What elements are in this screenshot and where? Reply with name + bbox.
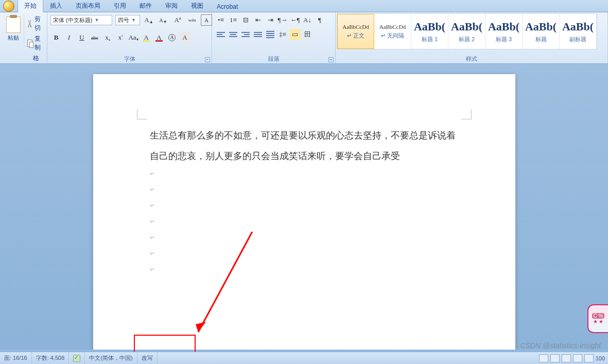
phonetic-guide-button[interactable]: wén: [186, 14, 198, 26]
tab-page-layout[interactable]: 页面布局: [69, 0, 107, 12]
multilevel-list-button[interactable]: ⊟: [240, 14, 251, 26]
paragraph-mark-icon: ↵: [150, 218, 459, 225]
view-print-layout-button[interactable]: [539, 354, 548, 362]
style-item-6[interactable]: AaBb(副标题: [560, 14, 597, 49]
clear-formatting-button[interactable]: Aª: [172, 14, 183, 26]
tab-review[interactable]: 审阅: [159, 0, 184, 12]
justify-button[interactable]: [252, 29, 264, 40]
increase-indent-button[interactable]: ⇥: [265, 14, 276, 26]
group-clipboard: 粘贴 剪切 复制 格式刷 剪贴板⌐: [0, 12, 47, 63]
align-right-button[interactable]: [240, 29, 251, 40]
font-name-select[interactable]: 宋体 (中文标题)▼: [50, 15, 112, 25]
style-preview: AaBb(: [488, 20, 519, 33]
enclosed-char-button[interactable]: A: [166, 32, 178, 43]
tab-mailings[interactable]: 邮件: [133, 0, 159, 12]
style-name: 标题 2: [459, 36, 475, 43]
line-spacing-button[interactable]: ‡≡: [277, 29, 288, 40]
char-shading-button[interactable]: A: [179, 32, 190, 43]
rtl-button[interactable]: ←¶: [289, 14, 301, 26]
style-item-3[interactable]: AaBb(标题 2: [448, 14, 485, 49]
status-language[interactable]: 中文(简体，中国): [85, 352, 137, 364]
paragraph-mark-icon: ↵: [150, 266, 459, 273]
tab-view[interactable]: 视图: [184, 0, 210, 12]
side-widget-line2: ★ ★: [593, 319, 604, 324]
style-item-5[interactable]: AaBb(标题: [523, 14, 560, 49]
group-styles: AaBbCcDd↵ 正文AaBbCcDd↵ 无间隔AaBb(标题 1AaBb(标…: [336, 12, 608, 63]
italic-button[interactable]: I: [63, 32, 75, 43]
office-button-icon[interactable]: [3, 1, 14, 12]
view-fullscreen-button[interactable]: [550, 354, 560, 362]
bold-button[interactable]: B: [50, 32, 62, 43]
styles-gallery[interactable]: AaBbCcDd↵ 正文AaBbCcDd↵ 无间隔AaBb(标题 1AaBb(标…: [337, 13, 597, 49]
paragraph-mark-icon: ↵: [150, 186, 459, 193]
bullets-button[interactable]: •≡: [215, 14, 227, 26]
ribbon: 粘贴 剪切 复制 格式刷 剪贴板⌐ 宋体 (中文标题)▼ 四号▼ A▲ A▼ A…: [0, 12, 608, 64]
side-widget[interactable]: C % ★ ★: [587, 304, 608, 333]
show-marks-button[interactable]: ¶: [314, 14, 325, 26]
highlight-button[interactable]: A: [141, 32, 152, 43]
cut-icon: [27, 20, 32, 27]
numbering-button[interactable]: 1≡: [228, 14, 239, 26]
align-left-button[interactable]: [215, 29, 227, 40]
font-size-select[interactable]: 四号▼: [115, 15, 140, 25]
shading-button[interactable]: ▭: [289, 29, 301, 40]
paragraph-mark-icon: ↵: [150, 234, 459, 241]
borders-button[interactable]: 田: [302, 29, 313, 40]
strike-button[interactable]: abc: [89, 32, 100, 43]
chevron-down-icon: ▼: [131, 18, 136, 23]
ltr-button[interactable]: ¶→: [277, 14, 288, 26]
distribute-button[interactable]: [265, 29, 276, 40]
grow-font-button[interactable]: A▲: [143, 14, 154, 26]
style-name: ↵ 正文: [347, 32, 364, 40]
tab-references[interactable]: 引用: [107, 0, 133, 12]
tab-acrobat[interactable]: Acrobat: [210, 1, 245, 12]
view-web-button[interactable]: [562, 354, 571, 362]
style-preview: AaBbCcDd: [342, 24, 369, 30]
document-area[interactable]: 生活总有那么多的不如意，可还是要以乐观的心态去坚持，不要总是诉说着自己的悲哀，别…: [0, 64, 608, 350]
paste-button[interactable]: 粘贴: [3, 14, 24, 44]
cut-button[interactable]: 剪切: [26, 14, 44, 33]
style-item-1[interactable]: AaBbCcDd↵ 无间隔: [374, 14, 411, 49]
status-zoom[interactable]: 100: [596, 355, 605, 361]
status-word-count[interactable]: 字数: 4,508: [32, 352, 70, 364]
tab-home[interactable]: 开始: [18, 0, 43, 12]
underline-button[interactable]: U: [76, 32, 88, 43]
cut-label: 剪切: [34, 15, 43, 32]
style-preview: AaBb(: [525, 20, 557, 33]
copy-button[interactable]: 复制: [26, 34, 44, 53]
style-name: 标题 3: [496, 36, 512, 43]
status-spellcheck[interactable]: [69, 352, 85, 364]
body-paragraph-1: 生活总有那么多的不如意，可还是要以乐观的心态去坚持，不要总是诉说着自己的悲哀，别…: [150, 126, 459, 166]
group-font-label: 字体⌐: [47, 55, 212, 63]
style-item-0[interactable]: AaBbCcDd↵ 正文: [337, 14, 374, 49]
character-border-button[interactable]: A: [201, 14, 212, 26]
font-color-button[interactable]: A: [153, 32, 165, 43]
side-widget-line1: C %: [592, 313, 605, 319]
document-page[interactable]: 生活总有那么多的不如意，可还是要以乐观的心态去坚持，不要总是诉说着自己的悲哀，别…: [93, 74, 515, 350]
tab-insert[interactable]: 插入: [43, 0, 69, 12]
status-overwrite-mode[interactable]: 改写: [137, 352, 158, 364]
status-page[interactable]: 面: 16/16: [0, 352, 32, 364]
paragraph-mark-icon: ↵: [150, 170, 459, 177]
copy-icon: [27, 40, 32, 47]
paragraph-mark-icon: ↵: [150, 250, 459, 257]
subscript-button[interactable]: x₂: [102, 32, 113, 43]
align-center-button[interactable]: [228, 29, 239, 40]
paste-label: 粘贴: [8, 34, 19, 42]
style-name: ↵ 无间隔: [381, 32, 404, 40]
status-bar: 面: 16/16 字数: 4,508 中文(简体，中国) 改写 100: [0, 352, 608, 364]
view-draft-button[interactable]: [584, 354, 594, 362]
decrease-indent-button[interactable]: ⇤: [252, 14, 264, 26]
change-case-button[interactable]: Aa▾: [128, 32, 139, 43]
paragraph-launcher-icon[interactable]: ⌐: [328, 57, 334, 62]
superscript-button[interactable]: x²: [115, 32, 126, 43]
chevron-down-icon: ▼: [94, 18, 99, 23]
view-outline-button[interactable]: [573, 354, 582, 362]
font-launcher-icon[interactable]: ⌐: [205, 57, 210, 62]
ribbon-tabs-bar: 开始 插入 页面布局 引用 邮件 审阅 视图 Acrobat: [0, 0, 608, 12]
shrink-font-button[interactable]: A▼: [158, 14, 169, 26]
style-item-4[interactable]: AaBb(标题 3: [485, 14, 523, 49]
sort-button[interactable]: A↓: [302, 14, 313, 26]
style-item-2[interactable]: AaBb(标题 1: [411, 14, 448, 49]
copy-label: 复制: [34, 34, 43, 52]
